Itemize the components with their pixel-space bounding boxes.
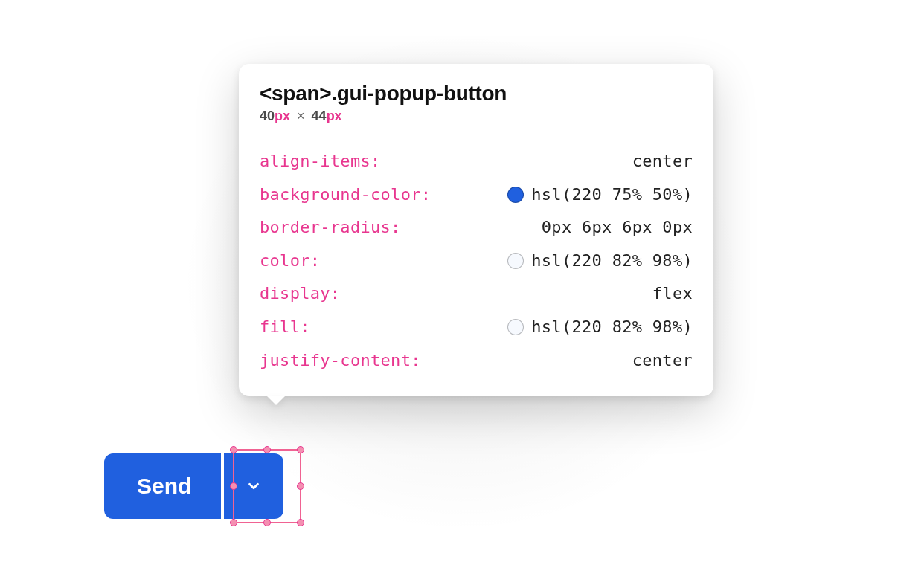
height-unit: px (327, 109, 342, 123)
css-property-value-wrap: 0px 6px 6px 0px (542, 217, 693, 239)
css-property-row: border-radius:0px 6px 6px 0px (260, 211, 693, 245)
css-property-value: 0px 6px 6px 0px (542, 217, 693, 239)
width-value: 40 (260, 109, 275, 123)
css-property-row: justify-content:center (260, 344, 693, 378)
css-property-value: hsl(220 75% 50%) (531, 184, 693, 206)
css-property-value: hsl(220 82% 98%) (531, 251, 693, 272)
css-property-value: center (632, 350, 693, 372)
send-button[interactable]: Send (104, 453, 221, 519)
css-property-name: color (260, 251, 310, 270)
resize-handle[interactable] (230, 446, 237, 453)
css-colon: : (391, 218, 401, 236)
css-property-row: color:hsl(220 82% 98%) (260, 245, 693, 278)
css-colon: : (300, 317, 310, 336)
resize-handle[interactable] (297, 519, 304, 526)
css-property-list: align-items:centerbackground-color:hsl(2… (260, 145, 693, 377)
css-property-row: background-color:hsl(220 75% 50%) (260, 178, 693, 212)
resize-handle[interactable] (297, 446, 304, 453)
css-property-name: display (260, 284, 330, 303)
css-colon: : (370, 152, 381, 170)
popup-button[interactable] (224, 453, 283, 519)
css-property-name: background-color (260, 185, 421, 204)
css-property-name: border-radius (260, 218, 391, 236)
css-colon: : (330, 284, 341, 303)
color-swatch-icon (507, 319, 524, 335)
css-colon: : (411, 351, 421, 369)
css-property-value-wrap: hsl(220 75% 50%) (507, 184, 693, 206)
inspector-selector: <span>.gui-popup-button (260, 82, 693, 106)
css-property-row: align-items:center (260, 145, 693, 178)
width-unit: px (275, 109, 290, 123)
css-property-value: hsl(220 82% 98%) (531, 317, 693, 338)
css-property-value-wrap: hsl(220 82% 98%) (507, 317, 693, 338)
css-property-value: flex (652, 283, 693, 305)
send-button-label: Send (137, 474, 191, 499)
css-colon: : (421, 185, 431, 204)
css-property-value-wrap: flex (652, 283, 693, 305)
css-property-name: align-items (260, 152, 370, 170)
resize-handle[interactable] (263, 446, 271, 453)
tooltip-tail (267, 396, 285, 405)
css-property-row: display:flex (260, 277, 693, 311)
css-property-row: fill:hsl(220 82% 98%) (260, 311, 693, 344)
resize-handle[interactable] (230, 519, 237, 526)
css-property-name: justify-content (260, 351, 411, 369)
resize-handle[interactable] (263, 519, 271, 526)
css-property-value-wrap: hsl(220 82% 98%) (507, 251, 693, 272)
css-property-value: center (632, 151, 693, 172)
chevron-down-icon (246, 478, 262, 494)
inspector-dimensions: 40px × 44px (260, 109, 693, 124)
color-swatch-icon (507, 253, 524, 269)
color-swatch-icon (507, 187, 524, 203)
css-property-value-wrap: center (632, 151, 693, 172)
resize-handle[interactable] (297, 482, 304, 490)
css-property-name: fill (260, 317, 300, 336)
height-value: 44 (312, 109, 327, 123)
inspector-tooltip: <span>.gui-popup-button 40px × 44px alig… (239, 64, 713, 396)
css-colon: : (310, 251, 321, 270)
css-property-value-wrap: center (632, 350, 693, 372)
dimensions-separator: × (297, 109, 305, 123)
split-button: Send (104, 453, 283, 519)
